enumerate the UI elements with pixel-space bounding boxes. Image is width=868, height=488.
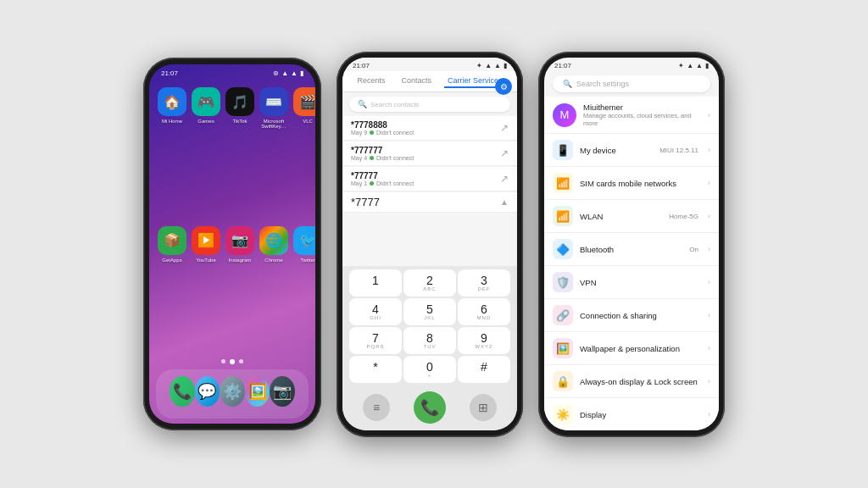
- settings-item-icon: ☀️: [553, 404, 573, 424]
- chevron-right-icon: ›: [708, 311, 710, 319]
- dialer-search-bar[interactable]: 🔍 Search contacts: [349, 97, 510, 112]
- call-info: *7778888 May 9 Didn't connect: [351, 120, 414, 136]
- wifi-icon-mid: ▲: [494, 62, 501, 69]
- battery-icon: ▮: [300, 69, 303, 77]
- settings-item-value: Home-5G: [669, 213, 698, 220]
- key-sub: GHI: [370, 315, 381, 320]
- status-icons-mid: ✦ ▲ ▲ ▮: [476, 62, 507, 69]
- key-0[interactable]: 0 +: [403, 356, 456, 383]
- settings-item[interactable]: 🔗 Connection & sharing ›: [544, 299, 719, 332]
- key-2[interactable]: 2 ABC: [403, 269, 456, 297]
- settings-item[interactable]: 📶 WLAN Home-5G ›: [544, 200, 719, 233]
- search-placeholder: Search contacts: [370, 101, 419, 108]
- key-sub: JKL: [424, 315, 435, 320]
- home-wallpaper: 21:07 ⊛ ▲ ▲ ▮ 🏠 Mi Home 🎮 Games 🎵 TikTok…: [149, 64, 315, 424]
- time-left: 21:07: [161, 69, 178, 77]
- dialer-screen: 21:07 ✦ ▲ ▲ ▮ RecentsContactsCarrier Ser…: [342, 58, 517, 430]
- dock-icon[interactable]: 📷: [270, 376, 295, 407]
- app-icon[interactable]: 📷 Instagram: [225, 226, 254, 355]
- app-icon-img: ⌨️: [259, 87, 288, 116]
- key-6[interactable]: 6 MNO: [458, 298, 510, 325]
- dock-icon[interactable]: 🖼️: [245, 376, 270, 407]
- bt-right-icon: ✦: [678, 62, 684, 69]
- key-#[interactable]: #: [458, 356, 510, 383]
- settings-item-text: WLAN: [580, 212, 662, 221]
- app-icon[interactable]: ⌨️ Microsoft SwiftKey…: [259, 87, 288, 221]
- dock-icon[interactable]: 💬: [195, 376, 220, 407]
- dialer-tab-recents[interactable]: Recents: [353, 75, 388, 88]
- grid-icon[interactable]: ⊞: [470, 394, 497, 421]
- key-sub: DEF: [478, 286, 491, 291]
- dot-1: [221, 359, 225, 363]
- settings-item-icon: 🛡️: [553, 272, 573, 292]
- battery-mid-icon: ▮: [504, 62, 507, 69]
- settings-item-value: MIUI 12.5.11: [659, 147, 698, 154]
- keypad[interactable]: 1 2 ABC 3 DEF 4 GHI 5 JKL 6 MNO 7 PQRS 8…: [342, 266, 517, 386]
- status-icons-left: ⊛ ▲ ▲ ▮: [273, 69, 303, 77]
- settings-item[interactable]: 🔒 Always-on display & Lock screen ›: [544, 365, 719, 398]
- settings-item[interactable]: ☀️ Display ›: [544, 398, 719, 430]
- share-icon[interactable]: ↗: [500, 122, 509, 134]
- settings-item[interactable]: 🛡️ VPN ›: [544, 266, 719, 299]
- page-dots: [149, 354, 315, 369]
- key-9[interactable]: 9 WXYZ: [458, 327, 510, 354]
- settings-item-title: Display: [580, 410, 701, 419]
- settings-item-text: Display: [580, 410, 701, 419]
- settings-search-bar[interactable]: 🔍 Search settings: [553, 75, 710, 92]
- call-button[interactable]: 📞: [414, 391, 446, 424]
- app-icon[interactable]: 📦 GetApps: [158, 226, 186, 355]
- call-item[interactable]: *7778888 May 9 Didn't connect ↗: [342, 116, 517, 141]
- dot-2: [230, 359, 235, 364]
- key-8[interactable]: 8 TUV: [403, 327, 456, 354]
- settings-fab[interactable]: ⚙: [495, 78, 512, 95]
- app-icon[interactable]: ▶️ YouTube: [192, 226, 220, 355]
- profile-subtitle: Manage accounts, cloud services, and mor…: [583, 112, 701, 127]
- settings-item-text: My device: [580, 146, 653, 155]
- app-icon-img: 🏠: [158, 87, 186, 116]
- time-right: 21:07: [554, 62, 571, 69]
- key-7[interactable]: 7 PQRS: [349, 327, 402, 354]
- call-status-dot: [370, 181, 374, 186]
- app-label: Chrome: [264, 258, 282, 263]
- settings-item-title: Connection & sharing: [580, 311, 701, 320]
- call-item[interactable]: *777777 May 4 Didn't connect ↗: [342, 141, 517, 166]
- menu-icon[interactable]: ≡: [363, 394, 390, 421]
- key-4[interactable]: 4 GHI: [349, 298, 402, 325]
- profile-row[interactable]: M Miuithemer Manage accounts, cloud serv…: [544, 97, 719, 134]
- share-icon[interactable]: ↗: [500, 147, 509, 159]
- call-item[interactable]: *77777 May 1 Didn't connect ↗: [342, 167, 517, 191]
- app-label: YouTube: [196, 258, 216, 263]
- app-icon[interactable]: 🌐 Chrome: [259, 226, 288, 355]
- app-label: TikTok: [232, 119, 247, 124]
- key-1[interactable]: 1: [349, 269, 402, 297]
- settings-item-icon: 🖼️: [553, 338, 573, 358]
- app-icon-img: 🎬: [293, 87, 315, 116]
- dock-icon[interactable]: 📞: [170, 376, 195, 407]
- phone-left: 21:07 ⊛ ▲ ▲ ▮ 🏠 Mi Home 🎮 Games 🎵 TikTok…: [143, 58, 321, 430]
- dock-icon[interactable]: ⚙️: [220, 376, 245, 407]
- app-label: VLC: [303, 119, 313, 124]
- dialer-container: 21:07 ✦ ▲ ▲ ▮ RecentsContactsCarrier Ser…: [342, 58, 517, 430]
- settings-item[interactable]: 📶 SIM cards mobile networks ›: [544, 167, 719, 200]
- settings-item-title: VPN: [580, 278, 701, 287]
- settings-screen: 21:07 ✦ ▲ ▲ ▮ 🔍 Search settings M Miuith…: [544, 58, 719, 430]
- app-icon[interactable]: 🎵 TikTok: [225, 87, 254, 221]
- app-icon[interactable]: 🐦 Twitter: [293, 226, 315, 355]
- key-5[interactable]: 5 JKL: [403, 298, 456, 325]
- key-sub: +: [428, 373, 432, 378]
- app-icon[interactable]: 🎮 Games: [192, 87, 220, 221]
- settings-item[interactable]: 📱 My device MIUI 12.5.11 ›: [544, 134, 719, 167]
- settings-item[interactable]: 🖼️ Wallpaper & personalization ›: [544, 332, 719, 365]
- key-3[interactable]: 3 DEF: [458, 269, 510, 297]
- settings-item-title: Always-on display & Lock screen: [580, 377, 701, 386]
- share-icon[interactable]: ↗: [500, 173, 509, 185]
- settings-item[interactable]: 🔷 Bluetooth On ›: [544, 233, 719, 266]
- key-*[interactable]: *: [349, 356, 402, 383]
- app-icon[interactable]: 🎬 VLC: [293, 87, 315, 221]
- app-label: Games: [198, 119, 214, 124]
- signal-right-icon: ▲: [687, 62, 693, 69]
- status-bar-mid: 21:07 ✦ ▲ ▲ ▮: [342, 58, 517, 71]
- app-icon[interactable]: 🏠 Mi Home: [158, 87, 186, 221]
- key-main: 0: [426, 361, 433, 373]
- dialer-tab-contacts[interactable]: Contacts: [398, 75, 435, 88]
